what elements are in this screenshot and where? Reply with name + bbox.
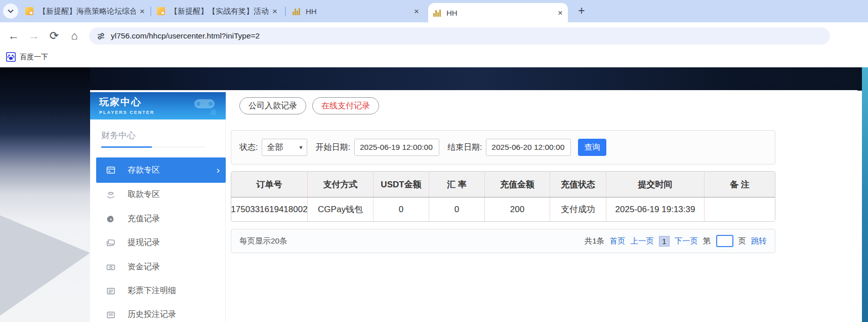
browser-toolbar: ← → ⟳ ⌂ yl756.com/hhcp/usercenter.html?i… bbox=[0, 22, 868, 50]
tab-title: 【新提醒】海燕策略论坛综合交 bbox=[38, 7, 136, 16]
browser-tab-3[interactable]: HH × bbox=[287, 0, 424, 22]
start-date-input[interactable] bbox=[354, 139, 439, 156]
funds-banknote-icon bbox=[106, 263, 115, 272]
close-icon[interactable]: × bbox=[272, 7, 277, 16]
end-date-input[interactable] bbox=[486, 139, 571, 156]
history-list-icon bbox=[106, 310, 115, 319]
section-underline bbox=[101, 147, 205, 147]
sidebar-item-withdraw[interactable]: 取款专区 bbox=[90, 183, 226, 207]
recharge-moneybag-icon: ¥ bbox=[106, 215, 115, 224]
tab-separator bbox=[285, 7, 286, 16]
sidebar-item-label: 资金记录 bbox=[128, 262, 160, 272]
col-recharge-status: 充值状态 bbox=[550, 172, 606, 197]
sidebar-item-recharge-records[interactable]: ¥ 充值记录 bbox=[90, 207, 226, 231]
withdrawal-wallet-icon bbox=[106, 238, 115, 248]
first-page-link[interactable]: 首页 bbox=[609, 236, 625, 247]
close-icon[interactable]: × bbox=[140, 7, 145, 16]
sidebar-item-withdrawal-records[interactable]: 提现记录 bbox=[90, 231, 226, 255]
withdraw-hand-icon bbox=[106, 190, 115, 199]
page-scrollbar[interactable] bbox=[862, 67, 868, 322]
forum-icon bbox=[25, 7, 33, 15]
user-center-panel: 玩家中心 PLAYERS CENTER 财务中心 存款专区 bbox=[90, 90, 857, 322]
next-page-link[interactable]: 下一页 bbox=[675, 236, 698, 247]
table-row: 1750331619418002 CGPay钱包 0 0 200 支付成功 20… bbox=[231, 197, 775, 221]
end-date-label: 结束日期: bbox=[447, 142, 482, 153]
site-settings-icon[interactable] bbox=[97, 32, 105, 40]
query-button[interactable]: 查询 bbox=[578, 139, 606, 156]
cell-recharge-amount: 200 bbox=[485, 197, 550, 221]
close-icon[interactable]: × bbox=[558, 9, 563, 17]
col-remarks: 备 注 bbox=[705, 172, 775, 197]
payment-records-table: 订单号 支付方式 USDT金额 汇 率 充值金额 充值状态 提交时间 备 注 1… bbox=[231, 171, 775, 222]
tab-title: HH bbox=[446, 9, 554, 17]
sidebar-item-label: 彩票下注明细 bbox=[128, 286, 176, 296]
total-count-text: 共1条 bbox=[585, 236, 605, 247]
tab-title: 【新提醒】【实战有奖】活动统 bbox=[170, 7, 268, 16]
sidebar-item-lottery-bet-details[interactable]: 彩票下注明细 bbox=[90, 279, 226, 303]
tab-title: HH bbox=[306, 7, 410, 16]
bookmark-label: 百度一下 bbox=[20, 53, 48, 62]
cell-exchange-rate: 0 bbox=[429, 197, 485, 221]
table-header-row: 订单号 支付方式 USDT金额 汇 率 充值金额 充值状态 提交时间 备 注 bbox=[231, 172, 775, 197]
cell-payment-method: CGPay钱包 bbox=[308, 197, 374, 221]
current-page-indicator: 1 bbox=[659, 236, 670, 247]
jump-link[interactable]: 跳转 bbox=[751, 236, 767, 247]
col-recharge-amount: 充值金额 bbox=[485, 172, 550, 197]
chevron-down-icon bbox=[8, 9, 14, 13]
cell-order-number: 1750331619418002 bbox=[231, 197, 308, 221]
cell-submit-time: 2025-06-19 19:13:39 bbox=[606, 197, 705, 221]
col-exchange-rate: 汇 率 bbox=[429, 172, 485, 197]
sidebar-item-history-bet-records[interactable]: 历史投注记录 bbox=[90, 303, 226, 322]
web-page: 玩家中心 PLAYERS CENTER 财务中心 存款专区 bbox=[0, 67, 868, 322]
tab-search-button[interactable] bbox=[3, 4, 18, 19]
col-payment-method: 支付方式 bbox=[308, 172, 374, 197]
close-icon[interactable]: × bbox=[414, 7, 419, 16]
filter-bar: 状态: 全部 ▾ 开始日期: 结束日期: 查询 bbox=[231, 130, 775, 165]
url-text[interactable]: yl756.com/hhcp/usercenter.html?iniType=2 bbox=[111, 31, 260, 41]
sidebar: 玩家中心 PLAYERS CENTER 财务中心 存款专区 bbox=[90, 90, 226, 322]
forum-icon bbox=[157, 7, 165, 15]
sidebar-item-label: 取款专区 bbox=[128, 189, 160, 200]
lottery-list-icon bbox=[106, 287, 115, 296]
new-tab-button[interactable]: + bbox=[574, 3, 589, 18]
hh-gold-icon bbox=[293, 7, 301, 15]
reload-icon[interactable]: ⟳ bbox=[47, 29, 62, 43]
tab-separator bbox=[150, 7, 151, 16]
col-usdt-amount: USDT金额 bbox=[374, 172, 429, 197]
status-select[interactable]: 全部 ▾ bbox=[262, 139, 307, 156]
bookmarks-bar: 百度一下 bbox=[0, 50, 868, 67]
page-size-text: 每页显示20条 bbox=[239, 236, 585, 247]
chevron-down-icon: ▾ bbox=[299, 144, 302, 151]
bookmark-baidu[interactable]: 百度一下 bbox=[6, 52, 48, 62]
home-icon[interactable]: ⌂ bbox=[67, 29, 82, 43]
sidebar-item-label: 提现记录 bbox=[128, 237, 160, 248]
prev-page-link[interactable]: 上一页 bbox=[630, 236, 654, 247]
browser-tab-1[interactable]: 【新提醒】海燕策略论坛综合交 × bbox=[20, 0, 150, 22]
address-bar[interactable]: yl756.com/hhcp/usercenter.html?iniType=2 bbox=[89, 27, 830, 45]
cell-remarks bbox=[705, 197, 775, 221]
browser-tab-4-active[interactable]: HH × bbox=[428, 3, 568, 22]
hh-gold-icon bbox=[433, 9, 441, 17]
browser-tab-strip: 【新提醒】海燕策略论坛综合交 × 【新提醒】【实战有奖】活动统 × HH × H… bbox=[0, 0, 868, 22]
jump-suffix: 页 bbox=[738, 236, 747, 247]
browser-tab-2[interactable]: 【新提醒】【实战有奖】活动统 × bbox=[152, 0, 282, 22]
sidebar-item-label: 历史投注记录 bbox=[128, 309, 176, 320]
gamepad-icon bbox=[190, 94, 219, 116]
deposit-card-icon bbox=[106, 166, 115, 175]
sidebar-item-deposit[interactable]: 存款专区 › bbox=[96, 157, 226, 183]
back-icon[interactable]: ← bbox=[6, 29, 21, 43]
jump-prefix: 第 bbox=[703, 236, 711, 247]
sidebar-item-funds-records[interactable]: 资金记录 bbox=[90, 255, 226, 279]
pagination-controls: 共1条 首页 上一页 1 下一页 第 页 跳转 bbox=[585, 235, 767, 247]
page-number-input[interactable] bbox=[716, 235, 733, 247]
col-order-number: 订单号 bbox=[231, 172, 308, 197]
col-submit-time: 提交时间 bbox=[606, 172, 705, 197]
status-label: 状态: bbox=[239, 142, 258, 153]
forward-icon[interactable]: → bbox=[26, 29, 42, 43]
baidu-paw-icon bbox=[6, 52, 16, 62]
site-banner-background bbox=[0, 67, 868, 91]
chevron-right-icon: › bbox=[217, 165, 220, 176]
tab-company-deposit-records[interactable]: 公司入款记录 bbox=[239, 97, 306, 114]
tab-online-payment-records[interactable]: 在线支付记录 bbox=[312, 97, 379, 114]
players-center-header: 玩家中心 PLAYERS CENTER bbox=[90, 92, 226, 119]
